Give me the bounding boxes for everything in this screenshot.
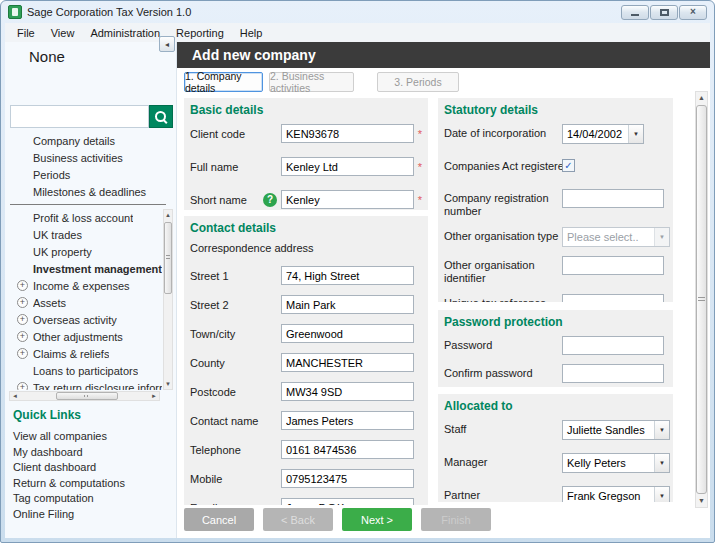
org-type-select[interactable]: Please select.. ▼	[562, 227, 670, 247]
confirm-password-field[interactable]	[562, 364, 664, 383]
sidebar-item[interactable]: + Profit & loss account	[5, 209, 162, 226]
county-field[interactable]	[281, 353, 414, 372]
correspondence-address-label: Correspondence address	[190, 242, 422, 254]
back-button[interactable]: < Back	[263, 508, 333, 531]
password-field[interactable]	[562, 336, 664, 355]
expand-plus-icon[interactable]: +	[17, 382, 28, 390]
postcode-field[interactable]	[281, 382, 414, 401]
main-vertical-scrollbar[interactable]: ▲ ▼	[695, 91, 708, 508]
menu-item[interactable]: Reporting	[168, 25, 232, 41]
expand-plus-icon[interactable]: +	[17, 297, 28, 308]
sidebar-item[interactable]: + UK property	[5, 243, 162, 260]
quick-link[interactable]: My dashboard	[13, 444, 170, 460]
menu-item[interactable]: Help	[232, 25, 271, 41]
sidebar-item[interactable]: + Other adjustments	[5, 328, 162, 345]
scrollbar-thumb[interactable]	[164, 222, 172, 294]
expand-plus-icon[interactable]: +	[17, 331, 28, 342]
scroll-right-icon[interactable]: ►	[149, 393, 159, 399]
email-label: Email	[190, 502, 281, 506]
chevron-down-icon[interactable]: ▼	[654, 454, 669, 472]
sidebar-item[interactable]: + Assets	[5, 294, 162, 311]
scroll-left-icon[interactable]: ◄	[10, 393, 20, 399]
chevron-down-icon[interactable]: ▼	[654, 487, 669, 502]
scrollbar-thumb[interactable]	[696, 105, 707, 494]
menu-bar: File View Administration Reporting Help	[5, 23, 710, 42]
help-icon[interactable]: ?	[263, 193, 277, 207]
reg-number-field[interactable]	[562, 189, 664, 208]
scroll-up-icon[interactable]: ▲	[696, 92, 707, 104]
wizard-buttons: Cancel < Back Next > Finish	[184, 508, 491, 531]
quick-link[interactable]: Tag computation	[13, 490, 170, 506]
sidebar-item[interactable]: Business activities	[5, 150, 166, 167]
street2-field[interactable]	[281, 295, 414, 314]
sidebar-item[interactable]: Milestones & deadlines	[5, 184, 166, 201]
sidebar-item[interactable]: + Income & expenses	[5, 277, 162, 294]
collapse-sidebar-button[interactable]: ◂	[159, 36, 175, 52]
titlebar[interactable]: Sage Corporation Tax Version 1.0 ×	[1, 1, 714, 23]
companies-act-checkbox[interactable]: ✓	[562, 159, 575, 172]
scrollbar-thumb[interactable]	[56, 392, 118, 400]
wizard-tab[interactable]: 3. Periods	[377, 72, 459, 92]
partner-label: Partner	[444, 486, 562, 502]
scroll-down-icon[interactable]: ▼	[696, 495, 707, 507]
chevron-down-icon[interactable]: ▼	[628, 125, 643, 143]
sidebar-item[interactable]: + Claims & reliefs	[5, 345, 162, 362]
scroll-up-icon[interactable]: ▲	[164, 210, 172, 220]
quick-link[interactable]: Client dashboard	[13, 459, 170, 475]
sidebar-item[interactable]: + Investment management	[5, 260, 162, 277]
required-marker: *	[414, 194, 422, 206]
quick-link[interactable]: View all companies	[13, 428, 170, 444]
sidebar: None Company details Business activities…	[5, 42, 177, 538]
sidebar-item[interactable]: Company details	[5, 133, 166, 150]
town-field[interactable]	[281, 324, 414, 343]
search-input[interactable]	[10, 105, 149, 128]
sidebar-item[interactable]: Periods	[5, 167, 166, 184]
next-button[interactable]: Next >	[342, 508, 412, 531]
full-name-label: Full name	[190, 161, 281, 173]
utr-field[interactable]	[562, 294, 664, 302]
contact-name-field[interactable]	[281, 411, 414, 430]
full-name-field[interactable]	[281, 157, 414, 176]
quick-link[interactable]: Online Filing	[13, 506, 170, 522]
wizard-tab[interactable]: 1. Company details	[184, 72, 263, 92]
telephone-field[interactable]	[281, 440, 414, 459]
sidebar-horizontal-scrollbar[interactable]: ◄ ►	[9, 391, 160, 401]
expand-plus-icon[interactable]: +	[17, 314, 28, 325]
menu-item[interactable]: File	[9, 25, 43, 41]
short-name-field[interactable]	[281, 190, 414, 209]
minimize-button[interactable]	[621, 5, 649, 20]
sidebar-vertical-scrollbar[interactable]: ▲ ▼	[163, 209, 173, 390]
wizard-tab[interactable]: 2. Business activities	[269, 72, 354, 92]
cancel-button[interactable]: Cancel	[184, 508, 254, 531]
quick-link[interactable]: Return & computations	[13, 475, 170, 491]
short-name-label: Short name	[190, 194, 263, 206]
sage-app-icon	[8, 5, 22, 19]
close-button[interactable]: ×	[679, 5, 707, 20]
client-code-field[interactable]	[281, 124, 414, 143]
expand-plus-icon[interactable]: +	[17, 280, 28, 291]
expand-plus-icon[interactable]: +	[17, 348, 28, 359]
sidebar-item[interactable]: + UK trades	[5, 226, 162, 243]
finish-button[interactable]: Finish	[421, 508, 491, 531]
search-button[interactable]	[149, 105, 173, 128]
client-code-label: Client code	[190, 128, 281, 140]
menu-item[interactable]: Administration	[82, 25, 168, 41]
date-incorporation-picker[interactable]: 14/04/2002 ▼	[562, 124, 644, 144]
scroll-down-icon[interactable]: ▼	[164, 379, 172, 389]
email-field[interactable]	[281, 498, 414, 505]
partner-select[interactable]: Frank Gregson ▼	[562, 486, 670, 502]
menu-item[interactable]: View	[43, 25, 83, 41]
sidebar-item[interactable]: + Overseas activity	[5, 311, 162, 328]
sidebar-item[interactable]: + Tax return disclosure informatio	[5, 379, 162, 390]
maximize-button[interactable]	[650, 5, 678, 20]
mobile-field[interactable]	[281, 469, 414, 488]
manager-select[interactable]: Kelly Peters ▼	[562, 453, 670, 473]
staff-select[interactable]: Juliette Sandles ▼	[562, 420, 670, 440]
org-identifier-field[interactable]	[562, 256, 664, 275]
section-title: Basic details	[190, 103, 422, 117]
sidebar-item[interactable]: + Loans to participators	[5, 362, 162, 379]
main-panel: Add new company 1. Company details 2. Bu…	[177, 42, 710, 538]
required-marker: *	[414, 161, 422, 173]
street1-field[interactable]	[281, 266, 414, 285]
chevron-down-icon[interactable]: ▼	[654, 421, 669, 439]
